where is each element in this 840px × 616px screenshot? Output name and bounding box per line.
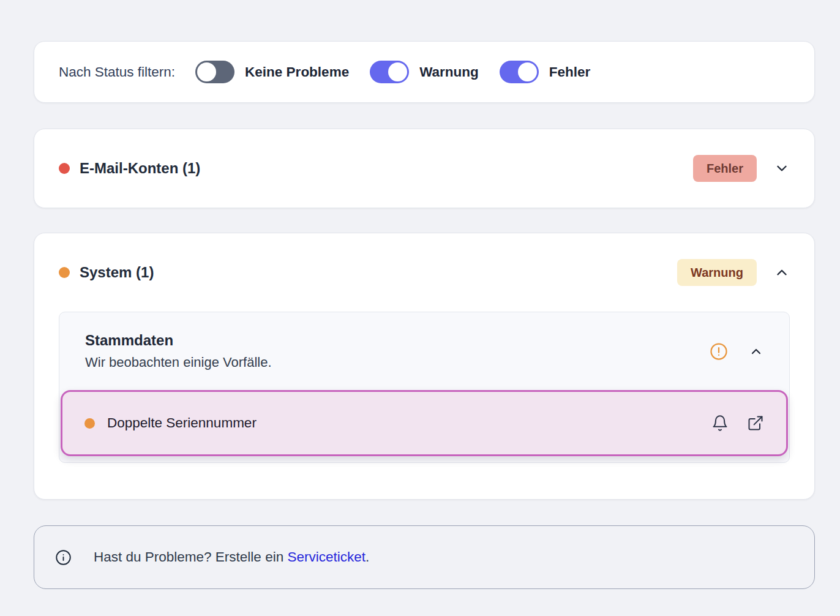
status-overview-page: Nach Status filtern: Keine Probleme Warn…	[0, 0, 840, 616]
group-stammdaten-header[interactable]: Stammdaten Wir beobachten einige Vorfäll…	[59, 312, 789, 389]
toggle-knob	[197, 62, 216, 81]
status-filter-bar: Nach Status filtern: Keine Probleme Warn…	[34, 41, 815, 103]
filter-toggle-fehler[interactable]: Fehler	[500, 61, 591, 83]
warning-status-dot	[84, 418, 95, 429]
group-titles: Stammdaten Wir beobachten einige Vorfäll…	[85, 332, 272, 370]
toggle-switch-keine-probleme[interactable]	[195, 61, 234, 83]
help-banner: Hast du Probleme? Erstelle ein Serviceti…	[34, 525, 815, 589]
toggle-label: Keine Probleme	[245, 64, 349, 80]
alert-circle-icon	[710, 342, 728, 361]
notification-bell-button[interactable]	[711, 415, 729, 432]
issue-label: Doppelte Seriennummer	[107, 415, 257, 431]
warning-status-dot	[59, 267, 70, 278]
filter-label: Nach Status filtern:	[59, 64, 175, 80]
error-status-dot	[59, 163, 70, 174]
filter-toggle-warnung[interactable]: Warnung	[370, 61, 479, 83]
section-title: System (1)	[80, 264, 154, 281]
external-link-icon	[747, 415, 764, 432]
toggle-label: Warnung	[419, 64, 479, 80]
section-system: System (1) Warnung Stammdaten Wir beobac…	[34, 233, 815, 500]
info-icon	[55, 549, 72, 566]
section-system-header[interactable]: System (1) Warnung	[59, 233, 790, 312]
chevron-down-icon[interactable]	[774, 160, 790, 176]
toggle-switch-warnung[interactable]	[370, 61, 409, 83]
issue-row-doppelte-seriennummer[interactable]: Doppelte Seriennummer	[61, 390, 788, 456]
help-text-before: Hast du Probleme? Erstelle ein	[94, 549, 287, 565]
bell-icon	[711, 415, 729, 432]
filter-toggle-keine-probleme[interactable]: Keine Probleme	[195, 61, 349, 83]
section-title: E-Mail-Konten (1)	[80, 160, 200, 177]
chevron-up-icon[interactable]	[774, 265, 790, 280]
help-text: Hast du Probleme? Erstelle ein Serviceti…	[94, 549, 369, 565]
toggle-label: Fehler	[549, 64, 591, 80]
chevron-up-icon[interactable]	[749, 344, 763, 359]
group-title: Stammdaten	[85, 332, 272, 349]
toggle-switch-fehler[interactable]	[500, 61, 539, 83]
section-email-konten[interactable]: E-Mail-Konten (1) Fehler	[34, 129, 815, 208]
status-badge: Warnung	[677, 259, 757, 286]
group-stammdaten: Stammdaten Wir beobachten einige Vorfäll…	[59, 312, 790, 463]
open-external-button[interactable]	[747, 415, 764, 432]
toggle-knob	[388, 62, 407, 81]
serviceticket-link[interactable]: Serviceticket	[287, 549, 366, 565]
status-badge: Fehler	[693, 155, 757, 182]
toggle-knob	[518, 62, 537, 81]
help-text-after: .	[366, 549, 369, 565]
group-subtitle: Wir beobachten einige Vorfälle.	[85, 355, 272, 370]
